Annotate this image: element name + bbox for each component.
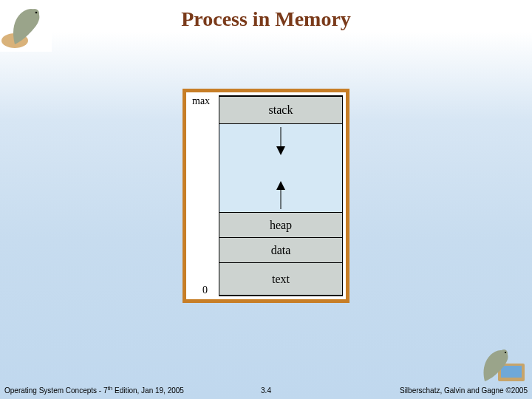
- arrow-down-icon: [276, 146, 285, 155]
- mascot-icon: [476, 343, 529, 386]
- memory-diagram: max 0 stack heap data text: [183, 89, 349, 303]
- svg-point-8: [505, 352, 506, 353]
- label-zero: 0: [202, 284, 208, 296]
- segment-heap: heap: [219, 213, 343, 238]
- label-max: max: [192, 95, 210, 107]
- svg-point-7: [500, 349, 508, 357]
- svg-rect-6: [501, 366, 522, 378]
- footer-right: Silberschatz, Galvin and Gagne ©2005: [400, 386, 528, 395]
- page-title: Process in Memory: [0, 7, 532, 31]
- address-space: stack heap data text: [219, 95, 343, 296]
- segment-stack: stack: [219, 96, 343, 124]
- segment-text: text: [219, 263, 343, 296]
- segment-data: data: [219, 238, 343, 263]
- segment-free: [219, 124, 343, 213]
- arrow-up-icon: [276, 181, 285, 190]
- arrow-shaft-down: [281, 127, 282, 146]
- arrow-shaft-up: [281, 190, 282, 209]
